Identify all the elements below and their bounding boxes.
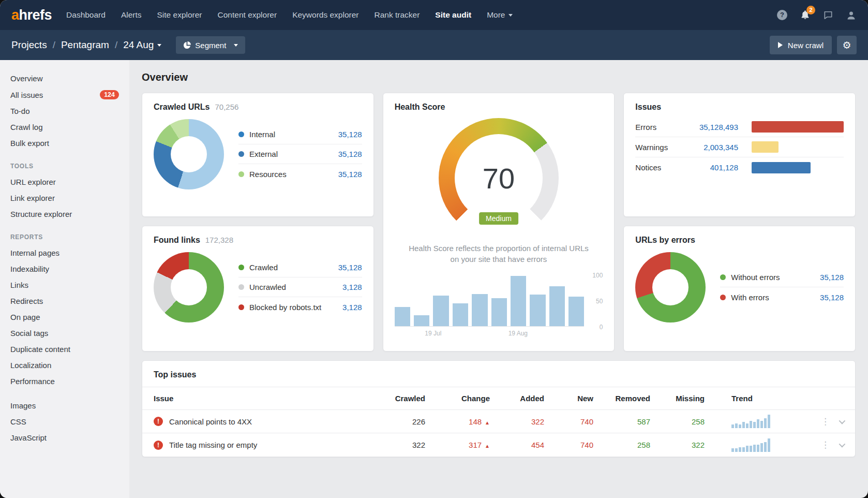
- spark-bar: [757, 419, 759, 428]
- sidebar-item-performance[interactable]: Performance: [0, 373, 129, 389]
- card-title: Crawled URLs: [154, 102, 209, 112]
- history-bar: [453, 303, 468, 327]
- sidebar-item-label: Structure explorer: [10, 210, 72, 218]
- sidebar-item-label: URL explorer: [10, 178, 56, 186]
- gear-icon: ⚙: [842, 39, 851, 51]
- sidebar-item-overview[interactable]: Overview: [0, 70, 129, 86]
- breadcrumb-project-name[interactable]: Pentagram: [61, 39, 109, 51]
- row-menu-icon[interactable]: ⋮: [821, 441, 830, 449]
- segment-button[interactable]: Segment: [176, 36, 245, 54]
- issue-line-notices: Notices401,128: [635, 157, 844, 178]
- spark-bar: [731, 424, 734, 428]
- change-cell: 148▲: [425, 417, 490, 426]
- row-actions: ⋮: [800, 417, 844, 426]
- column-header-added: Added: [490, 394, 544, 403]
- trend-cell: [705, 415, 800, 428]
- sidebar-item-to-do[interactable]: To-do: [0, 103, 129, 119]
- legend-value-link[interactable]: 35,128: [338, 150, 362, 158]
- nav-item-dashboard[interactable]: Dashboard: [66, 10, 106, 20]
- sidebar-item-duplicate-content[interactable]: Duplicate content: [0, 341, 129, 357]
- legend-label: Crawled: [249, 263, 278, 272]
- legend-value-link[interactable]: 35,128: [338, 263, 362, 272]
- nav-item-site-explorer[interactable]: Site explorer: [157, 10, 202, 20]
- sidebar-item-css[interactable]: CSS: [0, 414, 129, 430]
- sidebar-item-internal-pages[interactable]: Internal pages: [0, 245, 129, 261]
- spark-bar: [731, 448, 734, 452]
- notifications-bell-icon[interactable]: 2: [800, 9, 811, 21]
- sidebar-item-all-issues[interactable]: All issues124: [0, 86, 129, 103]
- found-links-card: Found links 172,328 Crawled35,128Uncrawl…: [142, 226, 374, 351]
- top-issues-table-body: !Canonical points to 4XX226148▲322740587…: [142, 410, 855, 457]
- sidebar-item-bulk-export[interactable]: Bulk export: [0, 135, 129, 151]
- sidebar-item-label: JavaScript: [10, 433, 47, 442]
- nav-item-rank-tracker[interactable]: Rank tracker: [374, 10, 420, 20]
- sidebar-item-on-page[interactable]: On page: [0, 309, 129, 325]
- breadcrumb: Projects / Pentagram / 24 Aug: [11, 39, 161, 51]
- sidebar-item-social-tags[interactable]: Social tags: [0, 325, 129, 341]
- column-header-missing: Missing: [650, 394, 705, 403]
- legend-value-link[interactable]: 35,128: [820, 293, 844, 302]
- sidebar-item-indexability[interactable]: Indexability: [0, 261, 129, 277]
- new-crawl-button[interactable]: New crawl: [770, 36, 832, 54]
- trend-sparkline: [731, 415, 800, 428]
- legend-value-link[interactable]: 3,128: [342, 283, 362, 291]
- crawled-cell: 322: [381, 441, 425, 449]
- nav-item-content-explorer[interactable]: Content explorer: [218, 10, 277, 20]
- breadcrumb-projects[interactable]: Projects: [11, 39, 47, 51]
- legend-dot-icon: [720, 295, 726, 300]
- sidebar-item-redirects[interactable]: Redirects: [0, 293, 129, 309]
- sidebar-item-label: Social tags: [10, 329, 48, 338]
- chevron-down-icon[interactable]: [839, 441, 846, 448]
- ahrefs-logo[interactable]: ahrefs: [11, 7, 52, 23]
- legend-row-resources: Resources35,128: [238, 164, 362, 184]
- legend-value-link[interactable]: 35,128: [338, 130, 362, 139]
- legend-value-link[interactable]: 35,128: [338, 170, 362, 179]
- help-icon[interactable]: ?: [777, 10, 787, 20]
- messages-icon[interactable]: [823, 10, 833, 20]
- legend-row-crawled: Crawled35,128: [238, 258, 362, 277]
- sidebar-item-label: All issues: [10, 91, 43, 99]
- spark-bar: [760, 443, 763, 452]
- legend-label: Blocked by robots.txt: [249, 303, 321, 312]
- sidebar-item-localization[interactable]: Localization: [0, 357, 129, 373]
- nav-item-more[interactable]: More: [487, 10, 513, 20]
- health-score-value: 70: [483, 162, 515, 195]
- chat-icon: [823, 10, 833, 20]
- issue-name-link[interactable]: Title tag missing or empty: [169, 441, 257, 449]
- sidebar-item-images[interactable]: Images: [0, 398, 129, 414]
- issue-count-link[interactable]: 2,003,345: [682, 143, 752, 152]
- sidebar-item-structure-explorer[interactable]: Structure explorer: [0, 206, 129, 222]
- avatar[interactable]: [846, 10, 857, 21]
- settings-button[interactable]: ⚙: [837, 36, 857, 54]
- legend-row-uncrawled: Uncrawled3,128: [238, 277, 362, 297]
- new-cell: 740: [544, 417, 593, 426]
- question-mark-icon: ?: [777, 10, 787, 20]
- issue-count-link[interactable]: 401,128: [682, 163, 752, 172]
- sidebar-item-crawl-log[interactable]: Crawl log: [0, 119, 129, 135]
- found-links-total: 172,328: [205, 236, 233, 244]
- history-bar: [433, 296, 448, 326]
- issues-rows: Errors35,128,493Warnings2,003,345Notices…: [635, 117, 844, 178]
- issue-count-link[interactable]: 35,128,493: [682, 123, 752, 131]
- sidebar-item-javascript[interactable]: JavaScript: [0, 430, 129, 446]
- sidebar-item-link-explorer[interactable]: Link explorer: [0, 190, 129, 206]
- issue-bar: [752, 162, 811, 173]
- sidebar-section-reports: REPORTS: [0, 222, 129, 245]
- sidebar-item-label: Links: [10, 281, 28, 289]
- legend-value-link[interactable]: 3,128: [342, 303, 362, 312]
- row-menu-icon[interactable]: ⋮: [821, 417, 830, 426]
- crawl-date-dropdown[interactable]: 24 Aug: [123, 39, 161, 51]
- nav-item-site-audit[interactable]: Site audit: [435, 10, 471, 20]
- nav-item-alerts[interactable]: Alerts: [121, 10, 142, 20]
- sidebar-item-links[interactable]: Links: [0, 277, 129, 293]
- removed-cell: 587: [593, 417, 650, 426]
- sidebar-item-url-explorer[interactable]: URL explorer: [0, 174, 129, 190]
- spark-bar: [746, 446, 749, 452]
- legend-row-with-errors: With errors35,128: [720, 287, 844, 307]
- issue-bar-track: [752, 162, 844, 173]
- trend-sparkline: [731, 438, 800, 452]
- issue-name-link[interactable]: Canonical points to 4XX: [169, 417, 252, 426]
- chevron-down-icon[interactable]: [839, 417, 846, 424]
- nav-item-keywords-explorer[interactable]: Keywords explorer: [292, 10, 358, 20]
- legend-value-link[interactable]: 35,128: [820, 273, 844, 282]
